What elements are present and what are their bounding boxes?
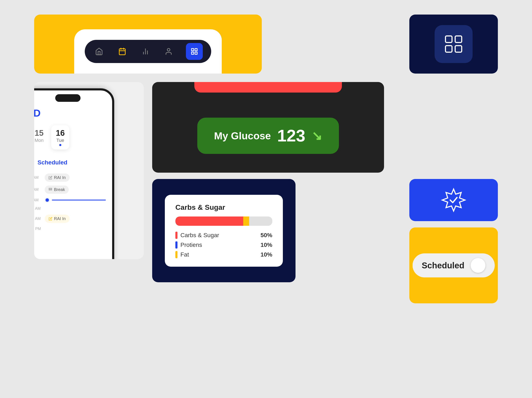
glucose-top-bar <box>194 82 342 93</box>
glucose-value: 123 <box>277 126 305 145</box>
home-icon[interactable] <box>93 45 105 57</box>
verified-badge-icon <box>441 187 466 213</box>
time-11am: 11 AM <box>34 216 45 221</box>
legend-item-protein: Protiens 10% <box>175 241 272 248</box>
scheduled-pill[interactable]: Scheduled <box>34 156 75 169</box>
main-canvas: :D 15 Mon 16 Tue Scheduled <box>34 14 498 384</box>
carbs-inner: Carbs & Sugar Carbs & Sugar 50% Protiens <box>165 195 283 267</box>
scheduled-label: Scheduled <box>38 159 67 166</box>
carbs-title: Carbs & Sugar <box>175 203 272 211</box>
svg-rect-9 <box>195 49 197 51</box>
time-item-11am: 11 AM RAI In <box>34 215 106 223</box>
toggle-knob[interactable] <box>471 258 485 273</box>
day-label-mon: Mon <box>35 138 44 143</box>
svg-point-7 <box>167 49 170 51</box>
time-12pm: 12 PM <box>34 227 45 231</box>
timeline-dot <box>45 197 50 202</box>
event-rai-1[interactable]: RAI In <box>45 173 70 182</box>
carbs-color-dot <box>175 232 177 239</box>
calendar-days: 15 Mon 16 Tue <box>34 125 106 150</box>
svg-rect-8 <box>192 49 194 51</box>
legend-pct-protein: 10% <box>260 242 272 248</box>
person-icon[interactable] <box>163 45 175 57</box>
legend-label-protein: Protiens <box>180 242 202 248</box>
grid-icon[interactable] <box>186 43 203 60</box>
protein-color-dot <box>175 241 177 248</box>
glucose-pill: My Glucose 123 ↘ <box>197 118 339 154</box>
time-6am: 6 AM <box>34 175 45 180</box>
fat-color-dot <box>175 251 177 258</box>
day-num-15: 15 <box>35 129 44 138</box>
svg-rect-0 <box>119 49 125 55</box>
day-num-16: 16 <box>56 129 65 138</box>
legend-left-carbs: Carbs & Sugar <box>175 232 219 239</box>
event-break[interactable]: Break <box>45 185 69 194</box>
glucose-arrow-icon: ↘ <box>311 128 322 143</box>
carbs-bar <box>175 216 272 226</box>
time-9am: 9 AM <box>34 198 45 202</box>
time-item-10am: 10 AM <box>34 206 106 211</box>
phone-logo: :D <box>34 107 106 119</box>
active-day-dot <box>59 144 61 146</box>
legend-label-carbs: Carbs & Sugar <box>180 232 219 239</box>
phone-content: :D 15 Mon 16 Tue Scheduled <box>34 90 112 259</box>
time-item-6am: 6 AM RAI In <box>34 173 106 182</box>
scheduled-toggle-label: Scheduled <box>422 261 464 270</box>
svg-rect-11 <box>195 52 197 54</box>
carbs-legend: Carbs & Sugar 50% Protiens 10% Fat <box>175 232 272 258</box>
day-label-tue: Tue <box>56 138 65 143</box>
time-10am: 10 AM <box>34 206 45 211</box>
time-item-7am: 7 AM Break <box>34 185 106 194</box>
calendar-icon[interactable] <box>116 45 128 57</box>
nav-card <box>34 14 262 74</box>
time-7am: 7 AM <box>34 187 45 192</box>
verified-card <box>409 179 498 221</box>
logo-dot-3 <box>445 45 453 53</box>
dynamic-island <box>55 94 81 102</box>
legend-label-fat: Fat <box>180 251 189 258</box>
nav-bar <box>85 40 211 63</box>
event-rai-2[interactable]: RAI In <box>45 215 70 223</box>
glucose-label: My Glucose <box>214 130 271 142</box>
cal-day-tue[interactable]: 16 Tue <box>51 125 69 150</box>
time-list: 6 AM RAI In 7 AM Break <box>34 173 106 231</box>
carbs-card: Carbs & Sugar Carbs & Sugar 50% Protiens <box>152 179 296 282</box>
cal-day-mon[interactable]: 15 Mon <box>34 125 48 150</box>
logo-card <box>409 14 498 74</box>
legend-left-protein: Protiens <box>175 241 202 248</box>
time-item-12pm: 12 PM <box>34 227 106 231</box>
scheduled-card: Scheduled <box>409 227 498 303</box>
logo-dot-4 <box>455 45 462 53</box>
legend-pct-fat: 10% <box>260 251 272 258</box>
scheduled-toggle[interactable]: Scheduled <box>412 253 495 278</box>
chart-icon[interactable] <box>139 45 151 57</box>
legend-pct-carbs: 50% <box>260 232 272 239</box>
legend-item-carbs: Carbs & Sugar 50% <box>175 232 272 239</box>
logo-dot-2 <box>455 35 462 43</box>
svg-rect-10 <box>192 52 194 54</box>
carbs-bar-red <box>175 216 243 226</box>
phone-bottom <box>74 29 222 74</box>
phone-card: :D 15 Mon 16 Tue Scheduled <box>34 82 144 259</box>
carbs-bar-yellow <box>243 216 249 226</box>
glucose-card: My Glucose 123 ↘ <box>152 82 384 173</box>
logo-grid <box>445 35 462 53</box>
verified-icon-wrapper <box>439 185 468 215</box>
legend-item-fat: Fat 10% <box>175 251 272 258</box>
time-item-9am: 9 AM <box>34 197 106 202</box>
phone-mockup: :D 15 Mon 16 Tue Scheduled <box>34 88 114 259</box>
logo-icon-box <box>435 25 473 63</box>
logo-dot-1 <box>445 35 453 43</box>
legend-left-fat: Fat <box>175 251 189 258</box>
